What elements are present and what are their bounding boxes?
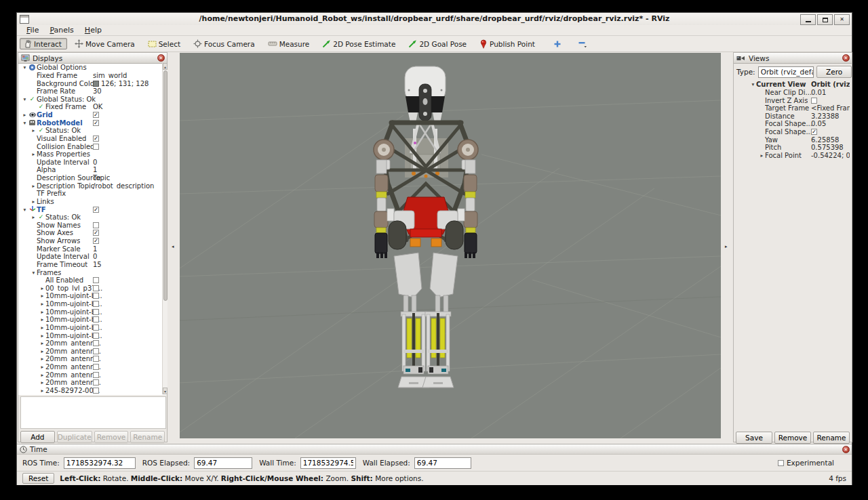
checkbox-checked[interactable]: ✓ <box>93 238 99 244</box>
expand-arrow-icon[interactable]: ▸ <box>39 371 45 379</box>
duplicate-display-button[interactable]: Duplicate <box>57 431 92 443</box>
property-value[interactable]: -0.54224; 0.09363... <box>811 152 850 160</box>
checkbox-unchecked[interactable] <box>811 98 817 104</box>
tree-row[interactable]: ▸10mm-ujoint-b... <box>18 331 167 339</box>
expand-arrow-icon[interactable]: ▸ <box>39 379 45 386</box>
expand-arrow-icon[interactable]: ▸ <box>39 387 45 394</box>
close-button[interactable]: ✕ <box>834 14 850 25</box>
checkbox-unchecked[interactable] <box>93 316 99 322</box>
checkbox-unchecked[interactable] <box>93 379 99 386</box>
tree-row[interactable]: Visual Enabled✓ <box>18 135 167 143</box>
experimental-checkbox[interactable] <box>778 460 784 466</box>
wall-elapsed-input[interactable] <box>414 457 471 469</box>
tree-row[interactable]: ▸20mm_antenn... <box>18 363 167 371</box>
ros-time-input[interactable] <box>64 457 136 469</box>
tree-row[interactable]: ▾TF✓ <box>18 205 167 213</box>
tool-publish-point[interactable]: Publish Point <box>476 38 540 49</box>
collapse-arrow-icon[interactable]: ▾ <box>22 64 28 71</box>
tree-row[interactable]: ▸Focal Point-0.54224; 0.09363... <box>734 152 851 160</box>
tool-measure[interactable]: Measure <box>264 38 315 49</box>
view-type-dropdown[interactable]: Orbit (rviz_default_p ▾ <box>758 66 814 78</box>
tree-row[interactable]: Update Interval0 <box>18 253 167 261</box>
zero-button[interactable]: Zero <box>816 66 852 78</box>
checkbox-unchecked[interactable] <box>93 340 99 346</box>
tree-row[interactable]: ▸Mass Properties <box>18 150 167 159</box>
checkbox-unchecked[interactable] <box>93 277 99 283</box>
tool-remove[interactable] <box>574 38 591 49</box>
collapse-arrow-icon[interactable]: ▾ <box>22 119 28 127</box>
menu-help[interactable]: Help <box>81 26 106 35</box>
expand-arrow-icon[interactable]: ▸ <box>39 292 45 299</box>
expand-arrow-icon[interactable]: ▸ <box>39 316 45 323</box>
property-value[interactable]: 1 <box>93 245 165 253</box>
tree-row[interactable]: ▸✓Status: Ok <box>18 127 167 135</box>
tree-row[interactable]: Target Frame<Fixed Frame> <box>734 104 851 112</box>
collapse-arrow-icon[interactable]: ▾ <box>31 269 37 276</box>
minimize-button[interactable] <box>800 14 816 25</box>
checkbox-unchecked[interactable] <box>93 325 99 331</box>
tree-row[interactable]: ✓Fixed FrameOK <box>18 103 167 111</box>
expand-arrow-icon[interactable]: ▸ <box>39 348 45 355</box>
tool-focus-camera[interactable]: Focus Camera <box>190 38 260 49</box>
property-value[interactable]: 0.575398 <box>811 144 850 152</box>
checkbox-unchecked[interactable] <box>93 348 99 354</box>
color-swatch[interactable] <box>93 81 99 87</box>
ros-elapsed-input[interactable] <box>194 457 252 469</box>
tree-row[interactable]: ▸20mm_antenn... <box>18 355 167 363</box>
tree-row[interactable]: Fixed Framesim_world <box>18 72 167 80</box>
tree-row[interactable]: ▸20mm_antenn... <box>18 371 167 379</box>
tree-row[interactable]: ▸20mm_antenn... <box>18 339 167 348</box>
tree-row[interactable]: Focal Shape...✓ <box>734 128 851 136</box>
tree-row[interactable]: ▸10mm-ujoint-b... <box>18 300 167 308</box>
collapse-left-panel-arrow-icon[interactable]: ◂ <box>172 244 174 249</box>
menu-file[interactable]: File <box>22 26 43 35</box>
expand-arrow-icon[interactable]: ▸ <box>759 152 765 159</box>
tree-row[interactable]: ▸00_top_lvl_p37... <box>18 285 167 293</box>
tree-row[interactable]: Focal Shape...0.05 <box>734 120 851 128</box>
expand-arrow-icon[interactable]: ▸ <box>22 111 28 119</box>
property-value[interactable]: OK <box>93 103 165 111</box>
tree-row[interactable]: Show Names <box>18 222 167 230</box>
render-viewport[interactable] <box>180 53 721 438</box>
checkbox-unchecked[interactable] <box>93 285 99 291</box>
tree-row[interactable]: Update Interval0 <box>18 159 167 167</box>
tree-row[interactable]: Pitch0.575398 <box>734 144 851 152</box>
checkbox-unchecked[interactable] <box>93 293 99 299</box>
scroll-up-icon[interactable]: ▴ <box>163 63 167 70</box>
collapse-arrow-icon[interactable]: ▾ <box>22 206 28 213</box>
property-value[interactable]: 0 <box>93 253 165 261</box>
tree-row[interactable]: ▸Grid✓ <box>18 111 167 119</box>
expand-arrow-icon[interactable]: ▸ <box>31 198 37 205</box>
property-value[interactable]: Orbit (rviz) <box>811 81 850 89</box>
expand-arrow-icon[interactable]: ▸ <box>31 182 37 190</box>
property-value[interactable]: 0.01 <box>811 89 850 97</box>
property-value[interactable] <box>93 190 165 198</box>
tree-row[interactable]: Show Arrows✓ <box>18 237 167 245</box>
checkbox-checked[interactable]: ✓ <box>93 136 99 142</box>
remove-display-button[interactable]: Remove <box>94 431 129 443</box>
tree-row[interactable]: ▸10mm-ujoint-b... <box>18 292 167 300</box>
tree-row[interactable]: Distance3.23388 <box>734 112 851 121</box>
tree-row[interactable]: TF Prefix <box>18 190 167 198</box>
title-bar[interactable]: /home/newtonjeri/Humanoid_Robot_ws/insta… <box>17 13 852 26</box>
tree-row[interactable]: ▸Links <box>18 198 167 206</box>
expand-arrow-icon[interactable]: ▸ <box>39 355 45 362</box>
property-value[interactable]: 0.05 <box>811 120 850 128</box>
collapse-arrow-icon[interactable]: ▾ <box>22 96 28 103</box>
expand-arrow-icon[interactable]: ▸ <box>31 127 37 134</box>
expand-arrow-icon[interactable]: ▸ <box>31 150 37 158</box>
expand-arrow-icon[interactable]: ▸ <box>39 285 45 292</box>
checkbox-unchecked[interactable] <box>93 309 99 315</box>
tree-row[interactable]: ▾Frames <box>18 268 167 276</box>
tree-row[interactable]: ▾Global Options <box>18 64 167 72</box>
collapse-right-panel-arrow-icon[interactable]: ▸ <box>725 244 728 249</box>
tree-row[interactable]: Description SourceTopic <box>18 174 167 182</box>
property-value[interactable]: 15 <box>93 261 165 269</box>
tool-2d-goal-pose[interactable]: 2D Goal Pose <box>405 38 472 49</box>
expand-arrow-icon[interactable]: ▸ <box>39 363 45 371</box>
checkbox-unchecked[interactable] <box>93 222 99 228</box>
checkbox-unchecked[interactable] <box>93 356 99 362</box>
wall-time-input[interactable] <box>300 457 356 469</box>
property-value[interactable]: sim_world <box>93 72 165 80</box>
expand-arrow-icon[interactable]: ▸ <box>39 339 45 347</box>
